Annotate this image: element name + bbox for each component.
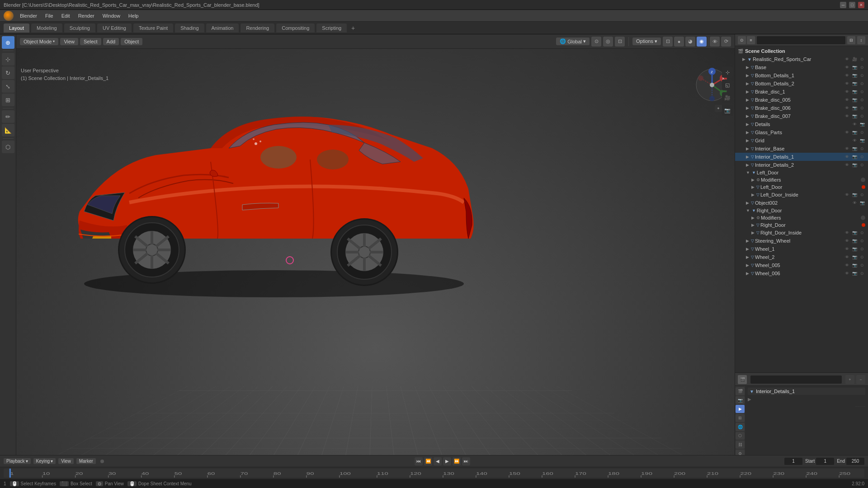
add-workspace-button[interactable]: +	[349, 23, 358, 33]
props-icon-object[interactable]: ⬡	[736, 432, 745, 440]
camera-icon[interactable]: 📷	[851, 105, 858, 111]
render-icon[interactable]: ⊙	[859, 270, 865, 277]
eye-icon[interactable]: 👁	[844, 89, 850, 95]
zoom-in-button[interactable]: +	[715, 105, 722, 112]
props-icon-view-layer[interactable]: ⊞	[736, 414, 745, 422]
camera-icon[interactable]: 📷	[851, 145, 858, 152]
tab-scripting[interactable]: Scripting	[316, 23, 347, 33]
eye-icon[interactable]: 👁	[844, 238, 850, 244]
render-icon[interactable]: ⊙	[859, 80, 865, 87]
render-icon[interactable]: ⊙	[859, 89, 865, 95]
outliner-search-input[interactable]	[757, 36, 845, 44]
step-back-button[interactable]: ⏪	[424, 457, 432, 465]
keying-button[interactable]: Keying ▾	[33, 458, 56, 464]
eye-icon[interactable]: 👁	[844, 270, 850, 277]
outliner-item-bottom-details-1[interactable]: ▶ ▽ Bottom_Details_1 👁 📷 ⊙	[735, 71, 868, 80]
viewport-overlay-toggle[interactable]: 👁	[710, 37, 720, 47]
outliner-filter-icon[interactable]: ≡	[747, 36, 755, 44]
render-icon[interactable]: ⊙	[859, 64, 865, 70]
outliner-item-right-door-inside[interactable]: ▶ ▽ Right_Door_Inside 👁 📷 ⊙	[735, 229, 868, 237]
viewport-gizmo-toggle[interactable]: ⟳	[721, 37, 731, 47]
menu-render[interactable]: Render	[75, 12, 98, 19]
cursor-tool[interactable]: ⊕	[2, 36, 14, 49]
render-icon[interactable]: ⊙	[859, 254, 865, 260]
outliner-item-base[interactable]: ▶ ▽ Base 👁 📷 ⊙	[735, 63, 868, 71]
outliner-item-steering-wheel[interactable]: ▶ ▽ Steering_Wheel 👁 📷 ⊙	[735, 237, 868, 245]
current-frame-input[interactable]	[784, 458, 802, 465]
camera-icon[interactable]: 📷	[851, 97, 858, 103]
outliner-sync-button[interactable]: ↕	[857, 36, 865, 44]
eye-icon[interactable]: 👁	[844, 262, 850, 268]
tab-rendering[interactable]: Rendering	[241, 23, 274, 33]
camera-icon[interactable]: 📷	[851, 192, 858, 198]
render-icon[interactable]: ⊙	[859, 246, 865, 252]
eye-icon[interactable]: 👁	[844, 113, 850, 119]
camera-view-button[interactable]: 🎥	[722, 92, 733, 103]
object-menu[interactable]: Object	[121, 38, 142, 45]
eye-icon[interactable]: 👁	[851, 121, 858, 127]
proportional-edit-button[interactable]: ◎	[603, 37, 613, 47]
viewport-shade-solid[interactable]: ●	[674, 37, 684, 47]
zoom-to-fit-button[interactable]: ⊹	[722, 67, 733, 78]
render-icon[interactable]: ⊙	[859, 154, 865, 160]
rotate-tool[interactable]: ↻	[2, 66, 14, 79]
marker-button[interactable]: Marker	[76, 458, 96, 464]
render-icon[interactable]: ⊙	[859, 238, 865, 244]
outliner-filter-button[interactable]: ⊟	[847, 36, 855, 44]
eye-icon[interactable]: 👁	[844, 246, 850, 252]
add-cube-tool[interactable]: ⬡	[2, 141, 14, 153]
render-icon[interactable]: ⊙	[859, 262, 865, 268]
playback-button[interactable]: Playback ▾	[4, 458, 31, 464]
props-scene-icon[interactable]: 🎬	[738, 375, 747, 384]
props-options-icon[interactable]: +	[845, 375, 854, 384]
outliner-item-wheel-006[interactable]: ▶ ▽ Wheel_006 👁 📷 ⊙	[735, 269, 868, 277]
outliner-item-right-door-group[interactable]: ▼ ▼ Right_Door	[735, 207, 868, 214]
tab-layout[interactable]: Layout	[4, 23, 29, 33]
outliner-item-right-door-obj[interactable]: ▶ ▽ Right_Door	[735, 221, 868, 229]
viewport-shade-material[interactable]: ◕	[685, 37, 695, 47]
minimize-button[interactable]: ─	[840, 2, 846, 8]
outliner-item-wheel-2[interactable]: ▶ ▽ Wheel_2 👁 📷 ⊙	[735, 253, 868, 261]
add-menu[interactable]: Add	[103, 38, 119, 45]
snap-button[interactable]: ⊙	[591, 37, 601, 47]
outliner-scene-icon[interactable]: ⊙	[738, 36, 746, 44]
outliner-item-details[interactable]: ▶ ▽ Details 👁 📷	[735, 120, 868, 128]
eye-icon[interactable]: 👁	[844, 129, 850, 136]
timeline-track[interactable]: 1 10 20 30 40 50 60 70 8	[0, 467, 868, 479]
camera-icon[interactable]: 📷	[851, 262, 858, 268]
props-icon-world[interactable]: 🌐	[736, 423, 745, 431]
camera-icon[interactable]: 📷	[851, 113, 858, 119]
vis-eye-icon[interactable]: 👁	[844, 56, 850, 62]
menu-help[interactable]: Help	[125, 12, 142, 19]
props-remove-icon[interactable]: −	[856, 375, 865, 384]
eye-icon[interactable]: 👁	[844, 72, 850, 79]
annotate-tool[interactable]: ✏	[2, 110, 14, 123]
camera-icon[interactable]: 📷	[859, 121, 865, 127]
render-icon[interactable]: ⊙	[859, 145, 865, 152]
outliner-item-brake-disc-1[interactable]: ▶ ▽ Brake_disc_1 👁 📷 ⊙	[735, 88, 868, 96]
outliner-root-collection[interactable]: ▶ ▼ Realistic_Red_Sports_Car 👁 🎥 ⊙	[735, 55, 868, 63]
eye-icon[interactable]: 👁	[844, 162, 850, 168]
props-icon-scene[interactable]: 🎬	[736, 387, 745, 395]
blender-logo[interactable]	[4, 11, 14, 21]
outliner-item-interior-details-2[interactable]: ▶ ▽ Interior_Details_2 👁 📷 ⊙	[735, 161, 868, 169]
close-button[interactable]: ✕	[858, 2, 864, 8]
render-icon[interactable]: ⊙	[859, 105, 865, 111]
end-frame-input[interactable]	[846, 458, 864, 465]
eye-icon[interactable]: 👁	[851, 137, 858, 144]
timeline-ruler[interactable]: 1 10 20 30 40 50 60 70 8	[4, 469, 864, 478]
menu-blender[interactable]: Blender	[16, 12, 41, 19]
transform-global-dropdown[interactable]: 🌐 Global ▾	[556, 38, 590, 45]
eye-icon[interactable]: 👁	[844, 97, 850, 103]
outliner-item-left-door-modifiers[interactable]: ▶ ⚙ Modifiers	[735, 176, 868, 183]
render-icon[interactable]: ⊙	[859, 162, 865, 168]
eye-icon[interactable]: 👁	[851, 200, 858, 206]
camera-icon[interactable]: 📷	[851, 129, 858, 136]
camera-icon[interactable]: 📷	[851, 270, 858, 277]
view-menu[interactable]: View	[60, 38, 78, 45]
render-icon[interactable]: ⊙	[859, 97, 865, 103]
scene-collection-root[interactable]: 🎬 Scene Collection	[735, 47, 868, 55]
outliner-item-left-door-group[interactable]: ▼ ▼ Left_Door	[735, 169, 868, 176]
camera-icon[interactable]: 📷	[851, 230, 858, 236]
render-view-button[interactable]: 📷	[722, 105, 733, 116]
